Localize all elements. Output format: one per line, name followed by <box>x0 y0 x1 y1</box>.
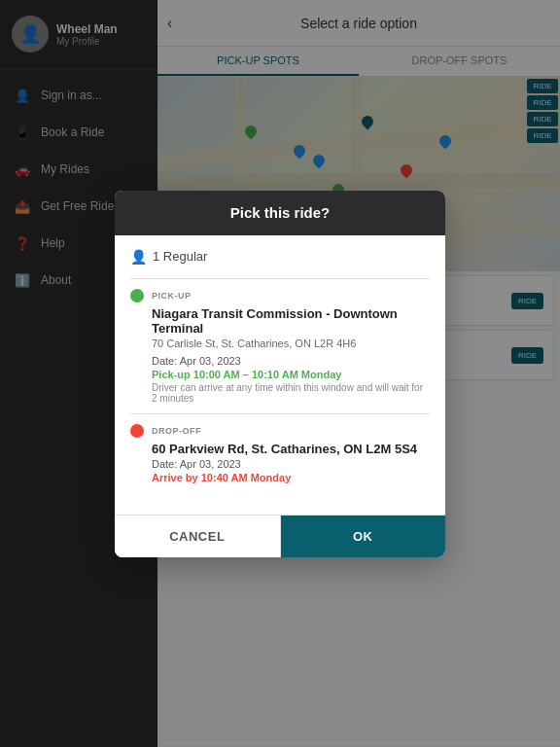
pickup-time: Pick-up 10:00 AM – 10:10 AM Monday <box>152 369 430 380</box>
pickup-label: PICK-UP <box>152 291 192 301</box>
cancel-button[interactable]: CANCEL <box>115 516 281 557</box>
pickup-note: Driver can arrive at any time within thi… <box>152 382 430 404</box>
ride-type-label: 1 Regular <box>153 249 207 264</box>
modal-ride-type: 👤 1 Regular <box>130 249 430 265</box>
dropoff-date: Date: Apr 03, 2023 <box>152 458 430 470</box>
ok-button[interactable]: OK <box>281 516 446 557</box>
modal-divider-1 <box>130 278 430 279</box>
modal-header: Pick this ride? <box>115 191 445 235</box>
dropoff-time: Arrive by 10:40 AM Monday <box>152 472 430 483</box>
modal-buttons: CANCEL OK <box>115 515 445 557</box>
dropoff-location-name: 60 Parkview Rd, St. Catharines, ON L2M 5… <box>152 442 430 456</box>
dropoff-section-header: DROP-OFF <box>130 424 430 438</box>
dropoff-red-dot <box>130 424 144 438</box>
dropoff-label: DROP-OFF <box>152 426 201 436</box>
pickup-date: Date: Apr 03, 2023 <box>152 355 430 367</box>
modal-title: Pick this ride? <box>230 204 331 221</box>
pickup-green-dot <box>130 289 144 302</box>
overlay: Pick this ride? 👤 1 Regular PICK-UP Niag… <box>0 0 560 747</box>
modal: Pick this ride? 👤 1 Regular PICK-UP Niag… <box>115 191 445 557</box>
pickup-address: 70 Carlisle St, St. Catharines, ON L2R 4… <box>152 338 430 349</box>
modal-dropoff-section: DROP-OFF 60 Parkview Rd, St. Catharines,… <box>130 424 430 483</box>
modal-body: 👤 1 Regular PICK-UP Niagara Transit Comm… <box>115 235 445 507</box>
pickup-section-header: PICK-UP <box>130 289 430 302</box>
person-icon: 👤 <box>130 249 147 265</box>
modal-divider-2 <box>130 413 430 414</box>
modal-pickup-section: PICK-UP Niagara Transit Commission - Dow… <box>130 289 430 404</box>
pickup-location-name: Niagara Transit Commission - Downtown Te… <box>152 306 430 336</box>
